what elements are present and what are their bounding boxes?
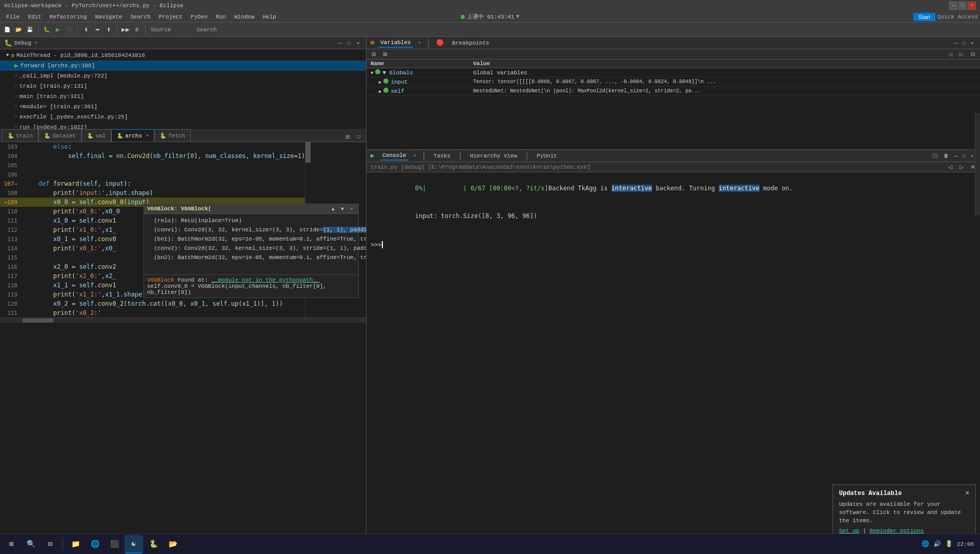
python-button[interactable]: 🐍 bbox=[144, 535, 162, 553]
tree-run[interactable]: = run [pydevd.py:1022] bbox=[0, 122, 366, 129]
tab-dataset[interactable]: 🐍 dataset bbox=[38, 129, 81, 142]
tab-variables[interactable]: Variables bbox=[378, 38, 413, 48]
tab-hierarchy[interactable]: Hierarchy View bbox=[468, 152, 519, 160]
var-tb-btn2[interactable]: ▷ bbox=[956, 49, 967, 60]
console-minimize[interactable]: — bbox=[952, 152, 959, 160]
dropdown-arrow[interactable]: ▼ bbox=[516, 14, 519, 19]
tab-archs-close[interactable]: × bbox=[146, 133, 149, 138]
menu-refactoring[interactable]: Refactoring bbox=[46, 13, 91, 21]
tab-pyunit[interactable]: PyUnit bbox=[535, 152, 559, 160]
search-taskbar-button[interactable]: 🔍 bbox=[22, 535, 40, 553]
tree-module[interactable]: = <module> [train.py:361] bbox=[0, 102, 366, 112]
tree-main-thread[interactable]: ▼ ⚙ MainThread - pid_3808_id_18561842438… bbox=[0, 50, 366, 61]
var-tb-btn3[interactable]: ⊡ bbox=[968, 49, 978, 60]
close-button[interactable]: × bbox=[968, 2, 976, 10]
ac-close-button[interactable]: × bbox=[348, 205, 355, 212]
toolbar-new[interactable]: 📄 bbox=[2, 25, 12, 35]
editor-hscrollbar[interactable] bbox=[0, 318, 366, 323]
console-btn-clear[interactable]: 🗑 bbox=[941, 151, 951, 161]
tray-battery[interactable]: 🔋 bbox=[945, 540, 953, 548]
menu-navigate[interactable]: Navigate bbox=[91, 13, 126, 21]
menu-project[interactable]: Project bbox=[155, 13, 187, 21]
menu-pydev[interactable]: PyDev bbox=[187, 13, 212, 21]
edge-button[interactable]: 🌐 bbox=[86, 535, 104, 553]
console-tb-btn2[interactable]: ▷ bbox=[956, 162, 967, 172]
console-btn-stop[interactable]: ⬛ bbox=[930, 151, 940, 161]
editor-split[interactable]: ⊟ bbox=[342, 131, 353, 142]
ac-scroll-down[interactable]: ▼ bbox=[339, 205, 346, 212]
task-view-button[interactable]: ⊟ bbox=[41, 535, 59, 553]
editor-maximize[interactable]: □ bbox=[354, 131, 364, 142]
debug-maximize[interactable]: □ bbox=[345, 39, 353, 47]
debug-minimize[interactable]: — bbox=[336, 39, 343, 47]
tab-console-close[interactable]: × bbox=[413, 153, 416, 159]
tab-variables-close[interactable]: × bbox=[418, 41, 421, 46]
minimize-button[interactable]: — bbox=[949, 2, 957, 10]
line-content-104[interactable]: self.final = nn.Conv2d(nb_filter[0], num… bbox=[22, 152, 305, 160]
toolbar-save[interactable]: 💾 bbox=[25, 25, 35, 35]
line-content-103[interactable]: else: bbox=[22, 143, 305, 150]
debug-close[interactable]: × bbox=[355, 39, 362, 47]
menu-file[interactable]: File bbox=[2, 13, 24, 21]
toolbar-debug[interactable]: 🐛 bbox=[42, 25, 52, 35]
tree-call-impl[interactable]: = _call_impl [module.py:722] bbox=[0, 71, 366, 81]
tab-fetch[interactable]: 🐍 fetch bbox=[154, 129, 191, 142]
line-content-121[interactable]: print('x0_2:' bbox=[22, 309, 305, 316]
input-arrow[interactable]: ▶ bbox=[379, 80, 381, 85]
menu-window[interactable]: Window bbox=[230, 13, 259, 21]
menu-search[interactable]: Search bbox=[126, 13, 155, 21]
line-content-107[interactable]: def forward(self, input): bbox=[22, 180, 305, 187]
minimap-thumb[interactable] bbox=[305, 142, 311, 163]
var-tb-btn1[interactable]: ◁ bbox=[945, 49, 955, 60]
menu-run[interactable]: Run bbox=[212, 13, 230, 21]
tray-sound[interactable]: 🔊 bbox=[933, 540, 941, 548]
notif-close-button[interactable]: × bbox=[966, 490, 969, 497]
var-row-input[interactable]: ▶input Tensor: tensor([[[[0.0066, 0.0067… bbox=[366, 77, 980, 87]
tab-breakpoints[interactable]: Breakpoints bbox=[450, 39, 492, 47]
explorer-button[interactable]: 📁 bbox=[66, 535, 85, 553]
var-expand[interactable]: ⊞ bbox=[380, 49, 390, 60]
toolbar-step-return[interactable]: ⬆ bbox=[104, 25, 114, 35]
self-arrow[interactable]: ▶ bbox=[379, 89, 381, 94]
toolbar-open[interactable]: 📂 bbox=[13, 25, 24, 35]
tab-tasks[interactable]: Tasks bbox=[432, 152, 453, 160]
toolbar-step-into[interactable]: ⬇ bbox=[81, 25, 91, 35]
tray-network[interactable]: 🌐 bbox=[922, 540, 929, 548]
tree-main[interactable]: = main [train.py:321] bbox=[0, 91, 366, 102]
menu-help[interactable]: Help bbox=[259, 13, 280, 21]
var-maximize[interactable]: □ bbox=[961, 39, 968, 47]
menu-edit[interactable]: Edit bbox=[24, 13, 45, 21]
debug-close-icon[interactable]: × bbox=[34, 41, 37, 46]
start-button[interactable]: Start bbox=[913, 13, 935, 21]
tree-forward[interactable]: ▶ forward [archs.py:109] bbox=[0, 61, 366, 71]
ac-found-link[interactable]: __module not in the pythonpath__ bbox=[211, 277, 319, 283]
ac-scroll-up[interactable]: ▲ bbox=[330, 205, 337, 212]
tab-archs[interactable]: 🐍 archs × bbox=[111, 129, 154, 142]
hscroll-thumb[interactable] bbox=[23, 319, 53, 323]
line-content-120[interactable]: x0_2 = self.conv0_2(torch.cat([x0_0, x0_… bbox=[22, 300, 305, 307]
console-tb-btn1[interactable]: ◁ bbox=[945, 162, 955, 172]
line-content-108[interactable]: print('input:',input.shape) bbox=[22, 189, 305, 196]
toolbar-step-over[interactable]: ➡ bbox=[92, 25, 103, 35]
var-collapse[interactable]: ⊟ bbox=[369, 49, 379, 60]
console-maximize[interactable]: □ bbox=[961, 152, 968, 160]
start-menu-button[interactable]: ⊞ bbox=[2, 535, 21, 553]
tab-console[interactable]: Console bbox=[380, 151, 408, 161]
terminal-button[interactable]: ⬛ bbox=[105, 535, 124, 553]
eclipse-taskbar-button[interactable]: ☯ bbox=[125, 535, 143, 553]
toolbar-stop[interactable]: ⬛ bbox=[64, 25, 74, 35]
var-row-self[interactable]: ▶self NestedUNet: NestedUNet(\n (pool): … bbox=[366, 87, 980, 96]
folder-button[interactable]: 📂 bbox=[164, 535, 182, 553]
tab-train[interactable]: 🐍 train bbox=[2, 129, 38, 142]
var-row-globals[interactable]: ▼▼ Globals Global variables bbox=[366, 68, 980, 77]
toolbar-run[interactable]: ▶ bbox=[53, 25, 63, 35]
var-minimize[interactable]: — bbox=[952, 39, 959, 47]
tree-execfile[interactable]: = execfile [_pydev_execfile.py:25] bbox=[0, 112, 366, 122]
tree-train[interactable]: = train [train.py:131] bbox=[0, 81, 366, 91]
tab-val[interactable]: 🐍 val bbox=[81, 129, 111, 142]
toolbar-resume[interactable]: ▶▶ bbox=[120, 25, 131, 35]
var-close[interactable]: × bbox=[969, 39, 976, 47]
globals-arrow[interactable]: ▼ bbox=[371, 71, 373, 76]
toolbar-suspend[interactable]: ⏸ bbox=[132, 25, 142, 35]
maximize-button[interactable]: □ bbox=[958, 2, 967, 10]
